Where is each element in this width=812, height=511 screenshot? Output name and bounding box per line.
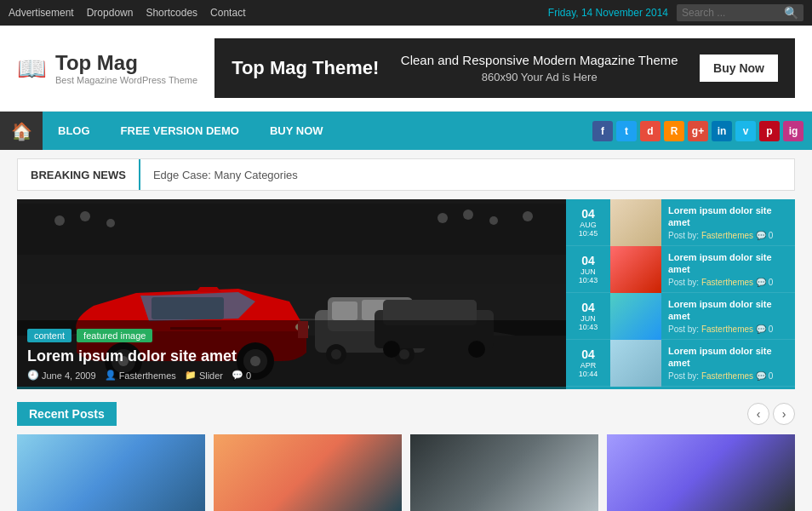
thumb-date-3: 04 JUN 10:43 — [566, 293, 610, 339]
post-image-3 — [410, 434, 598, 511]
nav-buy-now[interactable]: BUY NOW — [254, 112, 339, 150]
thumb-author-1[interactable]: Fasterthemes — [701, 231, 753, 240]
thumb-image-3 — [610, 293, 661, 340]
banner-desc2: 860x90 Your Ad is Here — [401, 71, 678, 83]
thumb-info-3: Lorem ipsum dolor site amet Post by: Fas… — [661, 293, 795, 339]
post-card-2[interactable] — [214, 434, 402, 511]
thumb-title-1: Lorem ipsum dolor site amet — [668, 204, 788, 229]
topbar-nav-advertisement[interactable]: Advertisement — [9, 7, 74, 19]
prev-arrow[interactable]: ‹ — [747, 403, 769, 425]
post-image-2 — [214, 434, 402, 511]
svg-rect-13 — [152, 297, 224, 319]
thumb-image-4 — [610, 340, 661, 387]
svg-point-28 — [437, 213, 448, 223]
featured-author: 👤 Fasterthemes — [105, 370, 176, 381]
clock-icon: 🕘 — [27, 370, 39, 381]
svg-point-27 — [106, 219, 115, 227]
pinterest-icon[interactable]: p — [759, 121, 780, 141]
thumb-image-1 — [610, 199, 661, 246]
topbar-nav-shortcodes[interactable]: Shortcodes — [146, 7, 197, 19]
recent-posts-title: Recent Posts — [17, 402, 117, 426]
banner-title: Top Mag Theme! — [232, 57, 379, 79]
thumb-author-2[interactable]: Fasterthemes — [701, 278, 753, 287]
thumb-info-2: Lorem ipsum dolor site amet Post by: Fas… — [661, 246, 795, 292]
vimeo-icon[interactable]: v — [735, 121, 756, 141]
featured-title[interactable]: Lorem ipsum dolor site amet — [27, 347, 556, 365]
thumb-title-4: Lorem ipsum dolor site amet — [668, 345, 788, 370]
rss-icon[interactable]: R — [664, 121, 684, 141]
post-card-3[interactable] — [410, 434, 598, 511]
topbar-nav-contact[interactable]: Contact — [210, 7, 245, 19]
tag-content[interactable]: content — [27, 329, 71, 342]
svg-point-29 — [463, 210, 473, 220]
featured-comments: 💬 0 — [232, 370, 251, 381]
linkedin-icon[interactable]: in — [712, 121, 732, 141]
thumb-meta-1: Post by: Fasterthemes 💬 0 — [668, 231, 788, 240]
search-box: 🔍 — [677, 4, 803, 21]
facebook-icon[interactable]: f — [592, 121, 613, 141]
post-card-1[interactable] — [17, 434, 205, 511]
topbar-right: Friday, 14 November 2014 🔍 — [548, 4, 803, 21]
breaking-news-text[interactable]: Edge Case: Many Categories — [140, 169, 311, 181]
topbar-nav-dropdown[interactable]: Dropdown — [87, 7, 134, 19]
digg-icon[interactable]: d — [640, 121, 660, 141]
banner-desc: Clean and Responsive Modern Magazine The… — [401, 53, 678, 83]
sidebar-thumb-1[interactable]: 04 AUG 10:45 Lorem ipsum dolor site amet… — [566, 199, 795, 246]
logo-area: 📖 Top Mag Best Magazine WordPress Theme — [17, 51, 197, 85]
sidebar-thumb-4[interactable]: 04 APR 10:44 Lorem ipsum dolor site amet… — [566, 340, 795, 387]
user-icon: 👤 — [105, 370, 117, 381]
logo-icon: 📖 — [17, 55, 47, 83]
nav-blog[interactable]: BLOG — [43, 112, 106, 150]
navbar: 🏠 BLOG FREE VERSION DEMO BUY NOW f t d R… — [0, 112, 812, 150]
post-image-1 — [17, 434, 205, 511]
thumb-title-3: Lorem ipsum dolor site amet — [668, 298, 788, 323]
featured-meta: 🕘 June 4, 2009 👤 Fasterthemes 📁 Slider 💬… — [27, 370, 556, 381]
sidebar-thumb-2[interactable]: 04 JUN 10:43 Lorem ipsum dolor site amet… — [566, 246, 795, 293]
post-image-4 — [607, 434, 795, 511]
svg-rect-24 — [17, 204, 566, 255]
topbar-nav: Advertisement Dropdown Shortcodes Contac… — [9, 7, 245, 19]
nav-arrows: ‹ › — [747, 403, 795, 425]
svg-point-30 — [489, 216, 498, 225]
next-arrow[interactable]: › — [773, 403, 795, 425]
thumb-author-4[interactable]: Fasterthemes — [701, 371, 753, 381]
svg-rect-11 — [332, 301, 357, 320]
home-nav-button[interactable]: 🏠 — [0, 112, 43, 150]
main-content: content featured image Lorem ipsum dolor… — [17, 199, 795, 511]
thumb-info-1: Lorem ipsum dolor site amet Post by: Fas… — [661, 199, 795, 245]
breaking-news-label: Breaking News — [18, 159, 140, 190]
svg-point-26 — [80, 211, 90, 221]
comment-icon: 💬 — [232, 370, 243, 381]
search-input[interactable] — [682, 7, 784, 19]
search-button[interactable]: 🔍 — [784, 6, 798, 20]
post-card-4[interactable] — [607, 434, 795, 511]
header: 📖 Top Mag Best Magazine WordPress Theme … — [0, 26, 812, 112]
featured-category: 📁 Slider — [185, 370, 223, 381]
sidebar-thumb-3[interactable]: 04 JUN 10:43 Lorem ipsum dolor site amet… — [566, 293, 795, 340]
posts-grid — [17, 434, 795, 511]
google-plus-icon[interactable]: g+ — [688, 121, 708, 141]
instagram-icon[interactable]: ig — [783, 121, 803, 141]
topbar: Advertisement Dropdown Shortcodes Contac… — [0, 0, 812, 26]
svg-point-31 — [523, 211, 533, 221]
banner-desc1: Clean and Responsive Modern Magazine The… — [401, 53, 678, 67]
home-icon: 🏠 — [11, 121, 32, 141]
featured-main[interactable]: content featured image Lorem ipsum dolor… — [17, 199, 566, 389]
thumb-author-3[interactable]: Fasterthemes — [701, 324, 753, 334]
featured-tags: content featured image — [27, 329, 556, 342]
breaking-news-bar: Breaking News Edge Case: Many Categories — [17, 158, 795, 191]
buy-now-button[interactable]: Buy Now — [700, 55, 778, 82]
featured-sidebar: 04 AUG 10:45 Lorem ipsum dolor site amet… — [566, 199, 795, 389]
thumb-date-2: 04 JUN 10:43 — [566, 246, 610, 292]
topbar-date: Friday, 14 November 2014 — [548, 7, 668, 19]
thumb-date-4: 04 APR 10:44 — [566, 340, 610, 386]
featured-area: content featured image Lorem ipsum dolor… — [17, 199, 795, 389]
nav-free-demo[interactable]: FREE VERSION DEMO — [106, 112, 254, 150]
featured-date: 🕘 June 4, 2009 — [27, 370, 96, 381]
folder-icon: 📁 — [185, 370, 197, 381]
section-header: Recent Posts ‹ › — [17, 402, 795, 426]
tag-featured-image[interactable]: featured image — [77, 329, 152, 342]
twitter-icon[interactable]: t — [616, 121, 637, 141]
social-icons: f t d R g+ in v p ig — [592, 121, 812, 141]
logo-text: Top Mag Best Magazine WordPress Theme — [55, 51, 197, 85]
